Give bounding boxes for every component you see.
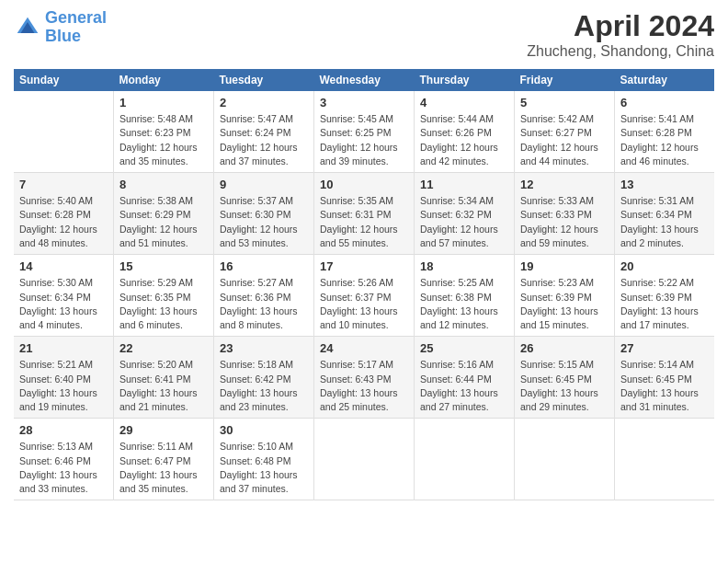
calendar-cell: 10Sunrise: 5:35 AM Sunset: 6:31 PM Dayli…: [313, 173, 414, 255]
logo-text: General Blue: [45, 9, 107, 46]
day-header-monday: Monday: [113, 69, 213, 91]
week-row-5: 28Sunrise: 5:13 AM Sunset: 6:46 PM Dayli…: [14, 419, 714, 500]
calendar-cell: 26Sunrise: 5:15 AM Sunset: 6:45 PM Dayli…: [515, 337, 615, 419]
subtitle: Zhucheng, Shandong, China: [527, 43, 714, 60]
calendar-cell: 21Sunrise: 5:21 AM Sunset: 6:40 PM Dayli…: [14, 337, 113, 419]
calendar-cell: 28Sunrise: 5:13 AM Sunset: 6:46 PM Dayli…: [14, 419, 113, 500]
day-info: Sunrise: 5:11 AM Sunset: 6:47 PM Dayligh…: [119, 440, 208, 496]
calendar-cell: 17Sunrise: 5:26 AM Sunset: 6:37 PM Dayli…: [313, 255, 414, 337]
day-info: Sunrise: 5:40 AM Sunset: 6:28 PM Dayligh…: [19, 194, 108, 250]
day-info: Sunrise: 5:10 AM Sunset: 6:48 PM Dayligh…: [220, 440, 308, 496]
logo-line2: Blue: [45, 27, 81, 45]
day-number: 24: [320, 340, 408, 357]
week-row-2: 7Sunrise: 5:40 AM Sunset: 6:28 PM Daylig…: [14, 173, 714, 255]
logo: General Blue: [14, 9, 107, 46]
calendar-header-row: SundayMondayTuesdayWednesdayThursdayFrid…: [14, 69, 714, 91]
day-info: Sunrise: 5:29 AM Sunset: 6:35 PM Dayligh…: [119, 276, 208, 332]
day-info: Sunrise: 5:44 AM Sunset: 6:26 PM Dayligh…: [420, 112, 508, 168]
day-number: 4: [420, 95, 508, 111]
calendar-cell: 25Sunrise: 5:16 AM Sunset: 6:44 PM Dayli…: [415, 337, 515, 419]
day-number: 23: [220, 340, 308, 357]
day-info: Sunrise: 5:48 AM Sunset: 6:23 PM Dayligh…: [119, 112, 208, 168]
day-number: 10: [320, 177, 408, 193]
day-info: Sunrise: 5:15 AM Sunset: 6:45 PM Dayligh…: [520, 358, 609, 414]
day-info: Sunrise: 5:14 AM Sunset: 6:45 PM Dayligh…: [620, 358, 709, 414]
day-info: Sunrise: 5:38 AM Sunset: 6:29 PM Dayligh…: [119, 194, 208, 250]
calendar-cell: 2Sunrise: 5:47 AM Sunset: 6:24 PM Daylig…: [213, 91, 313, 173]
day-info: Sunrise: 5:30 AM Sunset: 6:34 PM Dayligh…: [19, 276, 108, 332]
day-number: 12: [520, 177, 609, 193]
calendar-cell: [313, 419, 414, 500]
day-info: Sunrise: 5:45 AM Sunset: 6:25 PM Dayligh…: [320, 112, 408, 168]
day-info: Sunrise: 5:25 AM Sunset: 6:38 PM Dayligh…: [420, 276, 508, 332]
calendar-cell: 7Sunrise: 5:40 AM Sunset: 6:28 PM Daylig…: [14, 173, 113, 255]
day-info: Sunrise: 5:13 AM Sunset: 6:46 PM Dayligh…: [19, 440, 108, 496]
day-header-thursday: Thursday: [415, 69, 515, 91]
calendar-cell: 16Sunrise: 5:27 AM Sunset: 6:36 PM Dayli…: [213, 255, 313, 337]
day-info: Sunrise: 5:17 AM Sunset: 6:43 PM Dayligh…: [320, 358, 408, 414]
calendar-table: SundayMondayTuesdayWednesdayThursdayFrid…: [14, 69, 714, 500]
week-row-4: 21Sunrise: 5:21 AM Sunset: 6:40 PM Dayli…: [14, 337, 714, 419]
day-number: 17: [320, 259, 408, 275]
day-number: 29: [119, 422, 208, 439]
day-info: Sunrise: 5:26 AM Sunset: 6:37 PM Dayligh…: [320, 276, 408, 332]
week-row-1: 1Sunrise: 5:48 AM Sunset: 6:23 PM Daylig…: [14, 91, 714, 173]
day-info: Sunrise: 5:22 AM Sunset: 6:39 PM Dayligh…: [620, 276, 709, 332]
logo-icon: [14, 14, 41, 41]
day-header-sunday: Sunday: [14, 69, 113, 91]
calendar-cell: [615, 419, 714, 500]
calendar-cell: 6Sunrise: 5:41 AM Sunset: 6:28 PM Daylig…: [615, 91, 714, 173]
day-number: 6: [620, 95, 709, 111]
day-number: 19: [520, 259, 609, 275]
calendar-cell: 12Sunrise: 5:33 AM Sunset: 6:33 PM Dayli…: [515, 173, 615, 255]
day-number: 11: [420, 177, 508, 193]
day-number: 7: [19, 177, 108, 193]
day-number: 26: [520, 340, 609, 357]
title-block: April 2024 Zhucheng, Shandong, China: [527, 9, 714, 60]
calendar-cell: 24Sunrise: 5:17 AM Sunset: 6:43 PM Dayli…: [313, 337, 414, 419]
day-number: 21: [19, 340, 108, 357]
day-header-friday: Friday: [515, 69, 615, 91]
day-info: Sunrise: 5:18 AM Sunset: 6:42 PM Dayligh…: [220, 358, 308, 414]
calendar-cell: [14, 91, 113, 173]
day-number: 25: [420, 340, 508, 357]
page-container: General Blue April 2024 Zhucheng, Shando…: [0, 0, 728, 510]
day-header-tuesday: Tuesday: [213, 69, 313, 91]
day-info: Sunrise: 5:16 AM Sunset: 6:44 PM Dayligh…: [420, 358, 508, 414]
calendar-cell: 3Sunrise: 5:45 AM Sunset: 6:25 PM Daylig…: [313, 91, 414, 173]
day-info: Sunrise: 5:34 AM Sunset: 6:32 PM Dayligh…: [420, 194, 508, 250]
calendar-cell: 1Sunrise: 5:48 AM Sunset: 6:23 PM Daylig…: [113, 91, 213, 173]
day-number: 9: [220, 177, 308, 193]
calendar-cell: 13Sunrise: 5:31 AM Sunset: 6:34 PM Dayli…: [615, 173, 714, 255]
day-info: Sunrise: 5:23 AM Sunset: 6:39 PM Dayligh…: [520, 276, 609, 332]
day-number: 18: [420, 259, 508, 275]
calendar-cell: 15Sunrise: 5:29 AM Sunset: 6:35 PM Dayli…: [113, 255, 213, 337]
header: General Blue April 2024 Zhucheng, Shando…: [14, 9, 714, 60]
calendar-cell: 4Sunrise: 5:44 AM Sunset: 6:26 PM Daylig…: [415, 91, 515, 173]
calendar-cell: 14Sunrise: 5:30 AM Sunset: 6:34 PM Dayli…: [14, 255, 113, 337]
main-title: April 2024: [527, 9, 714, 43]
logo-line1: General: [45, 8, 107, 27]
day-number: 3: [320, 95, 408, 111]
day-info: Sunrise: 5:42 AM Sunset: 6:27 PM Dayligh…: [520, 112, 609, 168]
calendar-cell: 20Sunrise: 5:22 AM Sunset: 6:39 PM Dayli…: [615, 255, 714, 337]
day-number: 16: [220, 259, 308, 275]
day-number: 5: [520, 95, 609, 111]
day-info: Sunrise: 5:20 AM Sunset: 6:41 PM Dayligh…: [119, 358, 208, 414]
day-number: 13: [620, 177, 709, 193]
day-number: 22: [119, 340, 208, 357]
day-number: 28: [19, 422, 108, 439]
day-number: 1: [119, 95, 208, 111]
calendar-cell: 11Sunrise: 5:34 AM Sunset: 6:32 PM Dayli…: [415, 173, 515, 255]
calendar-cell: 5Sunrise: 5:42 AM Sunset: 6:27 PM Daylig…: [515, 91, 615, 173]
calendar-cell: 27Sunrise: 5:14 AM Sunset: 6:45 PM Dayli…: [615, 337, 714, 419]
day-number: 15: [119, 259, 208, 275]
day-info: Sunrise: 5:35 AM Sunset: 6:31 PM Dayligh…: [320, 194, 408, 250]
day-number: 30: [220, 422, 308, 439]
day-header-wednesday: Wednesday: [313, 69, 414, 91]
day-number: 2: [220, 95, 308, 111]
day-number: 20: [620, 259, 709, 275]
calendar-cell: [415, 419, 515, 500]
calendar-cell: 19Sunrise: 5:23 AM Sunset: 6:39 PM Dayli…: [515, 255, 615, 337]
calendar-cell: 22Sunrise: 5:20 AM Sunset: 6:41 PM Dayli…: [113, 337, 213, 419]
